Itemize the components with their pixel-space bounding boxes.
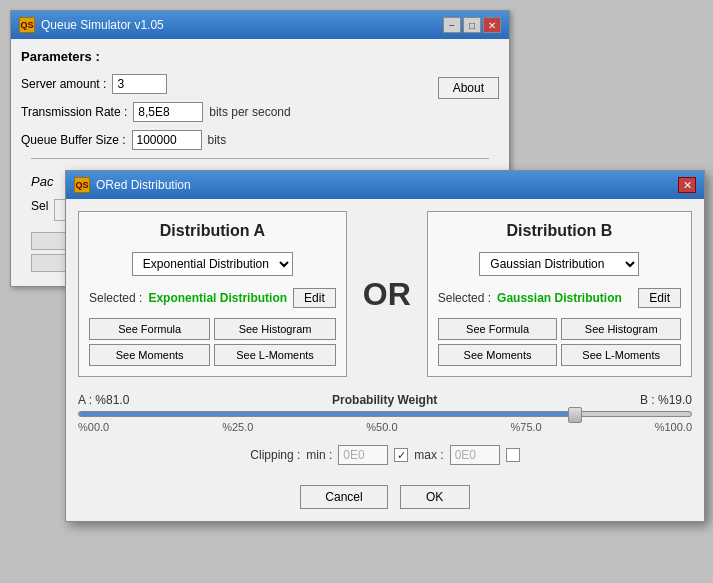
ok-button[interactable]: OK — [400, 485, 470, 509]
queue-buffer-unit: bits — [208, 133, 227, 147]
dist-b-see-histogram-button[interactable]: See Histogram — [561, 318, 681, 340]
dist-b-dropdown[interactable]: Gaussian Distribution — [479, 252, 639, 276]
scale-25: %25.0 — [222, 421, 253, 433]
dist-b-selected-row: Selected : Gaussian Distribution Edit — [438, 288, 681, 308]
dist-a-selected-value: Exponential Distribution — [148, 291, 287, 305]
distribution-b-panel: Distribution B Gaussian Distribution Sel… — [427, 211, 692, 377]
dist-a-title: Distribution A — [89, 222, 336, 240]
transmission-rate-row: Transmission Rate : bits per second — [21, 102, 499, 122]
dist-b-title: Distribution B — [438, 222, 681, 240]
maximize-button[interactable]: □ — [463, 17, 481, 33]
separator-line — [31, 158, 489, 159]
clipping-label: Clipping : — [250, 448, 300, 462]
queue-buffer-row: Queue Buffer Size : bits — [21, 130, 499, 150]
clipping-max-label: max : — [414, 448, 443, 462]
prob-b-label: B : %19.0 — [640, 393, 692, 407]
distribution-panels: Distribution A Exponential Distribution … — [78, 211, 692, 377]
server-amount-row: Server amount : — [21, 74, 499, 94]
minimize-button[interactable]: − — [443, 17, 461, 33]
dist-b-see-moments-button[interactable]: See Moments — [438, 344, 558, 366]
dist-b-edit-button[interactable]: Edit — [638, 288, 681, 308]
main-window-title: Queue Simulator v1.05 — [41, 18, 164, 32]
clipping-min-label: min : — [306, 448, 332, 462]
dialog-title-bar: QS ORed Distribution ✕ — [66, 171, 704, 199]
ored-distribution-dialog: QS ORed Distribution ✕ Distribution A Ex… — [65, 170, 705, 522]
or-divider: OR — [347, 211, 427, 377]
dist-a-see-histogram-button[interactable]: See Histogram — [214, 318, 335, 340]
dialog-title: ORed Distribution — [96, 178, 191, 192]
dist-a-edit-button[interactable]: Edit — [293, 288, 336, 308]
dist-b-selected-value: Gaussian Distribution — [497, 291, 622, 305]
queue-buffer-input[interactable] — [132, 130, 202, 150]
clipping-min-checkbox[interactable] — [394, 448, 408, 462]
about-button[interactable]: About — [438, 77, 499, 99]
dist-a-selected-label: Selected : — [89, 291, 142, 305]
slider-thumb[interactable] — [568, 407, 582, 423]
scale-75: %75.0 — [511, 421, 542, 433]
server-amount-input[interactable] — [112, 74, 167, 94]
clipping-max-checkbox[interactable] — [506, 448, 520, 462]
dist-b-see-lmoments-button[interactable]: See L-Moments — [561, 344, 681, 366]
slider-track — [78, 411, 692, 417]
dialog-footer-buttons: Cancel OK — [78, 477, 692, 509]
dist-a-buttons: See Formula See Histogram See Moments Se… — [89, 318, 336, 366]
main-title-bar: QS Queue Simulator v1.05 − □ ✕ — [11, 11, 509, 39]
dialog-app-icon: QS — [74, 177, 90, 193]
slider-scale: %00.0 %25.0 %50.0 %75.0 %100.0 — [78, 421, 692, 433]
dist-a-see-formula-button[interactable]: See Formula — [89, 318, 210, 340]
main-window-controls: − □ ✕ — [443, 17, 501, 33]
prob-weight-header: A : %81.0 Probability Weight B : %19.0 — [78, 393, 692, 407]
transmission-rate-label: Transmission Rate : — [21, 105, 127, 119]
dist-a-see-moments-button[interactable]: See Moments — [89, 344, 210, 366]
dialog-close-button[interactable]: ✕ — [678, 177, 696, 193]
slider-fill — [79, 412, 575, 416]
prob-a-label: A : %81.0 — [78, 393, 129, 407]
clipping-min-input[interactable] — [338, 445, 388, 465]
server-amount-label: Server amount : — [21, 77, 106, 91]
distribution-a-panel: Distribution A Exponential Distribution … — [78, 211, 347, 377]
dist-b-select[interactable]: Gaussian Distribution — [479, 252, 639, 276]
scale-0: %00.0 — [78, 421, 109, 433]
prob-weight-title: Probability Weight — [332, 393, 437, 407]
dist-a-select[interactable]: Exponential Distribution — [132, 252, 293, 276]
transmission-rate-input[interactable] — [133, 102, 203, 122]
params-header: Parameters : — [21, 49, 100, 64]
scale-100: %100.0 — [655, 421, 692, 433]
clipping-max-input[interactable] — [450, 445, 500, 465]
dist-b-buttons: See Formula See Histogram See Moments Se… — [438, 318, 681, 366]
queue-buffer-label: Queue Buffer Size : — [21, 133, 126, 147]
close-button[interactable]: ✕ — [483, 17, 501, 33]
dist-a-dropdown-row: Exponential Distribution — [89, 252, 336, 276]
clipping-row: Clipping : min : max : — [78, 445, 692, 465]
probability-slider-container — [78, 411, 692, 417]
dist-a-dropdown[interactable]: Exponential Distribution — [132, 252, 293, 276]
transmission-rate-unit: bits per second — [209, 105, 290, 119]
dist-b-selected-label: Selected : — [438, 291, 491, 305]
dialog-body: Distribution A Exponential Distribution … — [66, 199, 704, 521]
scale-50: %50.0 — [366, 421, 397, 433]
probability-weight-section: A : %81.0 Probability Weight B : %19.0 %… — [78, 389, 692, 437]
dist-b-see-formula-button[interactable]: See Formula — [438, 318, 558, 340]
main-app-icon: QS — [19, 17, 35, 33]
cancel-button[interactable]: Cancel — [300, 485, 387, 509]
dist-a-see-lmoments-button[interactable]: See L-Moments — [214, 344, 335, 366]
dist-b-dropdown-row: Gaussian Distribution — [438, 252, 681, 276]
dist-a-selected-row: Selected : Exponential Distribution Edit — [89, 288, 336, 308]
